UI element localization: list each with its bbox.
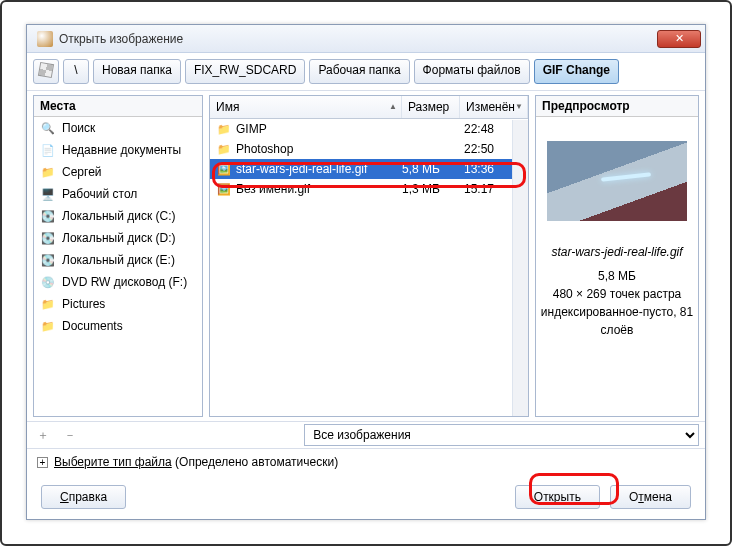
preview-size: 5,8 МБ bbox=[540, 267, 694, 285]
path-toolbar: \ Новая папка FIX_RW_SDCARD Рабочая папк… bbox=[27, 53, 705, 91]
place-item[interactable]: Сергей bbox=[34, 161, 202, 183]
hdd-icon bbox=[40, 252, 56, 268]
file-list-scrollbar[interactable] bbox=[512, 120, 528, 416]
hdd-icon bbox=[40, 208, 56, 224]
expander-icon[interactable]: + bbox=[37, 457, 48, 468]
file-type-filter[interactable]: Все изображения bbox=[304, 424, 699, 446]
folder-icon bbox=[40, 164, 56, 180]
dvd-icon bbox=[40, 274, 56, 290]
folder-icon bbox=[216, 121, 232, 137]
place-label: Сергей bbox=[62, 165, 102, 179]
place-item[interactable]: Documents bbox=[34, 315, 202, 337]
file-row[interactable]: Photoshop22:50 bbox=[210, 139, 528, 159]
app-icon bbox=[37, 31, 53, 47]
place-item[interactable]: Pictures bbox=[34, 293, 202, 315]
place-item[interactable]: Локальный диск (E:) bbox=[34, 249, 202, 271]
preview-meta: 5,8 МБ 480 × 269 точек растра индексиров… bbox=[540, 267, 694, 339]
file-row[interactable]: GIMP22:48 bbox=[210, 119, 528, 139]
close-button[interactable]: ✕ bbox=[657, 30, 701, 48]
file-row[interactable]: star-wars-jedi-real-life.gif5,8 МБ13:36 bbox=[210, 159, 528, 179]
place-item[interactable]: Рабочий стол bbox=[34, 183, 202, 205]
preview-extra: индексированное-пусто, 81 слоёв bbox=[540, 303, 694, 339]
preview-header: Предпросмотр bbox=[536, 96, 698, 117]
places-toolbar: ＋ － Все изображения bbox=[27, 421, 705, 449]
folder-icon bbox=[40, 296, 56, 312]
file-size: 1,3 МБ bbox=[402, 182, 460, 196]
file-name: Photoshop bbox=[236, 142, 293, 156]
place-label: Рабочий стол bbox=[62, 187, 137, 201]
path-root-button[interactable]: \ bbox=[63, 59, 89, 84]
place-item[interactable]: Локальный диск (D:) bbox=[34, 227, 202, 249]
path-segment[interactable]: Форматы файлов bbox=[414, 59, 530, 84]
window-title: Открыть изображение bbox=[59, 32, 657, 46]
file-type-expander-row[interactable]: + Выберите тип файла (Определено автомат… bbox=[27, 449, 705, 475]
path-segment[interactable]: Новая папка bbox=[93, 59, 181, 84]
place-label: Поиск bbox=[62, 121, 95, 135]
path-segment[interactable]: Рабочая папка bbox=[309, 59, 409, 84]
place-item[interactable]: DVD RW дисковод (F:) bbox=[34, 271, 202, 293]
place-label: Локальный диск (D:) bbox=[62, 231, 176, 245]
image-icon bbox=[216, 161, 232, 177]
titlebar[interactable]: Открыть изображение ✕ bbox=[27, 25, 705, 53]
places-header: Места bbox=[34, 96, 202, 117]
path-segment-current[interactable]: GIF Change bbox=[534, 59, 619, 84]
preview-filename: star-wars-jedi-real-life.gif bbox=[551, 245, 682, 259]
pencil-icon bbox=[38, 62, 54, 78]
recent-icon bbox=[40, 142, 56, 158]
place-item[interactable]: Поиск bbox=[34, 117, 202, 139]
file-name: star-wars-jedi-real-life.gif bbox=[236, 162, 367, 176]
preview-panel: Предпросмотр star-wars-jedi-real-life.gi… bbox=[535, 95, 699, 417]
place-label: Локальный диск (E:) bbox=[62, 253, 175, 267]
folder-icon bbox=[40, 318, 56, 334]
desktop-icon bbox=[40, 186, 56, 202]
column-size[interactable]: Размер bbox=[402, 96, 460, 118]
file-list-header: Имя Размер Изменён bbox=[210, 96, 528, 119]
file-type-select[interactable]: Все изображения bbox=[304, 424, 699, 446]
dialog-buttons: Справка Открыть Отмена bbox=[27, 475, 705, 521]
file-size: 5,8 МБ bbox=[402, 162, 460, 176]
file-name: GIMP bbox=[236, 122, 267, 136]
places-panel: Места ПоискНедавние документыСергейРабоч… bbox=[33, 95, 203, 417]
path-segment[interactable]: FIX_RW_SDCARD bbox=[185, 59, 305, 84]
hdd-icon bbox=[40, 230, 56, 246]
place-label: Локальный диск (C:) bbox=[62, 209, 176, 223]
file-list: Имя Размер Изменён GIMP22:48Photoshop22:… bbox=[209, 95, 529, 417]
open-image-dialog: Открыть изображение ✕ \ Новая папка FIX_… bbox=[26, 24, 706, 520]
place-label: DVD RW дисковод (F:) bbox=[62, 275, 187, 289]
place-item[interactable]: Недавние документы bbox=[34, 139, 202, 161]
file-name: Без имени.gif bbox=[236, 182, 310, 196]
search-icon bbox=[40, 120, 56, 136]
add-remove-place[interactable]: ＋ － bbox=[33, 427, 82, 444]
help-button[interactable]: Справка bbox=[41, 485, 126, 509]
file-row[interactable]: Без имени.gif1,3 МБ15:17 bbox=[210, 179, 528, 199]
place-label: Pictures bbox=[62, 297, 105, 311]
folder-icon bbox=[216, 141, 232, 157]
column-date[interactable]: Изменён bbox=[460, 96, 528, 118]
cancel-button[interactable]: Отмена bbox=[610, 485, 691, 509]
place-item[interactable]: Локальный диск (C:) bbox=[34, 205, 202, 227]
edit-path-button[interactable] bbox=[33, 59, 59, 84]
column-name[interactable]: Имя bbox=[210, 96, 402, 118]
preview-dims: 480 × 269 точек растра bbox=[540, 285, 694, 303]
file-type-expander-label: Выберите тип файла (Определено автоматич… bbox=[54, 455, 338, 469]
place-label: Недавние документы bbox=[62, 143, 181, 157]
open-button[interactable]: Открыть bbox=[515, 485, 600, 509]
preview-thumbnail bbox=[547, 141, 687, 221]
image-icon bbox=[216, 181, 232, 197]
place-label: Documents bbox=[62, 319, 123, 333]
